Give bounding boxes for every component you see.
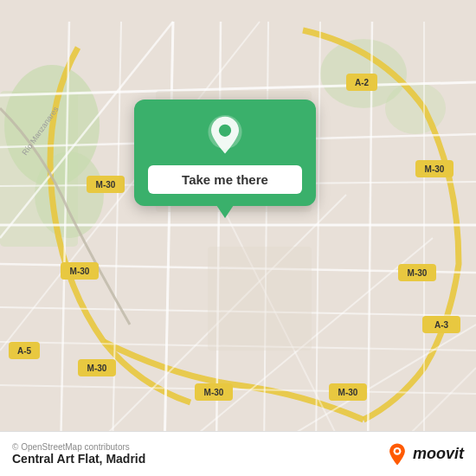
- location-pin-icon: [204, 115, 246, 157]
- location-card: Take me there: [134, 100, 316, 206]
- bottom-bar-info: © OpenStreetMap contributors Central Art…: [12, 442, 145, 466]
- map-container: M-30 M-30 M-30 M-30 M-30 M-30 M-30 A-2 A…: [0, 0, 476, 476]
- moovit-pin-icon: [385, 442, 409, 466]
- take-me-there-button[interactable]: Take me there: [148, 165, 302, 194]
- svg-point-5: [385, 82, 446, 134]
- svg-text:M-30: M-30: [96, 180, 116, 190]
- svg-text:M-30: M-30: [338, 388, 358, 397]
- moovit-logo: moovit: [385, 442, 464, 466]
- svg-text:M-30: M-30: [425, 164, 445, 174]
- svg-point-53: [219, 125, 231, 137]
- map-background: M-30 M-30 M-30 M-30 M-30 M-30 M-30 A-2 A…: [0, 0, 476, 476]
- moovit-logo-text: moovit: [413, 445, 464, 463]
- svg-text:M-30: M-30: [87, 363, 107, 373]
- svg-text:A-3: A-3: [434, 320, 449, 330]
- svg-rect-51: [208, 247, 312, 351]
- bottom-bar: © OpenStreetMap contributors Central Art…: [0, 431, 476, 476]
- svg-text:M-30: M-30: [204, 388, 224, 397]
- svg-text:M-30: M-30: [408, 268, 428, 278]
- svg-text:M-30: M-30: [70, 267, 90, 276]
- location-title: Central Art Flat, Madrid: [12, 452, 145, 466]
- svg-text:A-2: A-2: [355, 78, 370, 87]
- svg-point-55: [396, 449, 399, 453]
- svg-text:A-5: A-5: [17, 346, 32, 356]
- osm-credit-text: © OpenStreetMap contributors: [12, 442, 145, 452]
